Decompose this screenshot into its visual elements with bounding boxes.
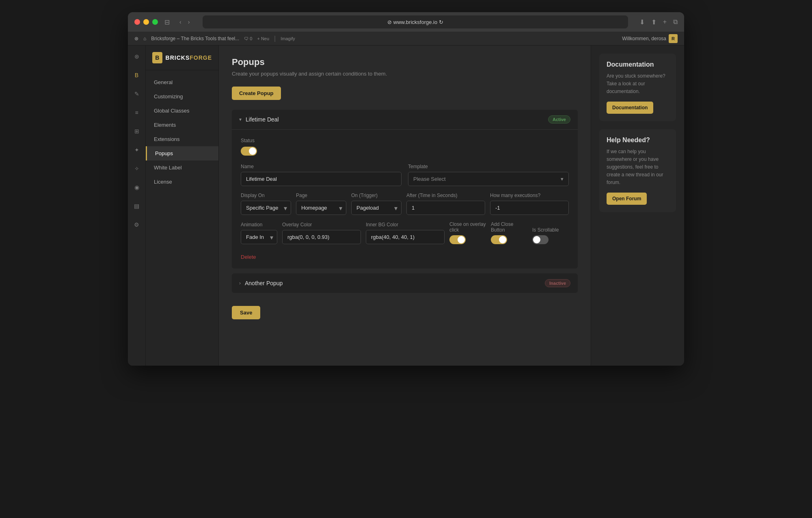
browser-nav: ‹ › <box>178 17 191 27</box>
minimize-button[interactable] <box>143 19 149 25</box>
tab-imagify[interactable]: Imagify <box>281 36 295 41</box>
scrollable-knob <box>533 236 540 243</box>
share-icon[interactable]: ⬆ <box>651 18 657 26</box>
nav-item-extensions[interactable]: Extensions <box>146 132 218 146</box>
add-close-label: Add Close Button <box>491 221 527 233</box>
nav-item-popups[interactable]: Popups <box>146 146 218 160</box>
sidebar-icon-blocks[interactable]: ⊞ <box>131 125 143 137</box>
status-badge-active: Active <box>548 115 570 124</box>
sidebar-icon-wordpress[interactable]: ⊛ <box>131 50 143 63</box>
new-tab-icon[interactable]: + <box>663 18 667 26</box>
sidebar-icon-bricks[interactable]: B <box>131 69 143 81</box>
delete-link[interactable]: Delete <box>241 254 256 260</box>
name-input[interactable] <box>241 172 402 186</box>
sidebar-icon-edit[interactable]: ✎ <box>131 88 143 100</box>
tab-bar: ⊛ ⌂ Bricksforge – The Bricks Tools that … <box>128 32 684 46</box>
nav-sidebar: B BRICKSFORGE General Customizing Global… <box>146 46 219 366</box>
back-button[interactable]: ‹ <box>178 17 183 27</box>
scrollable-toggle[interactable] <box>532 235 549 244</box>
popup-item-lifetime-deal: ▾ Lifetime Deal Active Status <box>232 110 578 269</box>
sidebar-icon-pin[interactable]: ✦ <box>131 144 143 156</box>
status-toggle[interactable] <box>241 147 257 156</box>
overlay-color-input[interactable] <box>282 230 361 244</box>
nav-item-elements[interactable]: Elements <box>146 118 218 132</box>
animation-select-wrapper: Fade In Up <box>241 230 277 244</box>
scrollable-group: Is Scrollable <box>532 227 569 244</box>
status-badge-inactive: Inactive <box>545 279 570 287</box>
documentation-button[interactable]: Documentation <box>607 102 653 114</box>
forward-button[interactable]: › <box>186 17 192 27</box>
page-select[interactable]: Homepage <box>296 201 346 215</box>
close-overlay-toggle[interactable] <box>449 235 466 244</box>
sidebar-icon-user[interactable]: ◉ <box>131 181 143 193</box>
animation-select[interactable]: Fade In Up <box>241 230 277 244</box>
display-on-select[interactable]: Specific Page <box>241 201 291 215</box>
chevron-down-icon: ▾ <box>239 117 242 122</box>
nav-item-global-classes[interactable]: Global Classes <box>146 104 218 118</box>
chevron-right-icon: › <box>239 280 241 286</box>
multiwindow-icon[interactable]: ⧉ <box>673 18 678 26</box>
name-group: Name <box>241 164 402 186</box>
name-label: Name <box>241 164 402 169</box>
nav-item-license[interactable]: License <box>146 175 218 189</box>
sidebar-icon-layers[interactable]: ≡ <box>131 106 143 119</box>
animation-row: Animation Fade In Up Overlay Color <box>241 221 569 244</box>
popup-header-another-popup[interactable]: › Another Popup Inactive <box>232 273 578 293</box>
trigger-label: On (Trigger) <box>351 193 402 198</box>
tab-title[interactable]: Bricksforge – The Bricks Tools that feel… <box>151 36 239 41</box>
logo-text: BRICKSFORGE <box>166 54 212 61</box>
sidebar-icon-popup[interactable]: ▤ <box>131 200 143 212</box>
url-bar[interactable]: ⊘ www.bricksforge.io ↻ <box>203 15 628 28</box>
page-description: Create your popups visually and assign c… <box>232 71 578 77</box>
sidebar-icon-settings[interactable]: ⚙ <box>131 219 143 231</box>
tab-wordpress-icon: ⊛ <box>134 36 138 41</box>
create-popup-button[interactable]: Create Popup <box>232 87 281 100</box>
reload-icon[interactable]: ↻ <box>439 19 443 25</box>
template-select[interactable]: Please Select ▾ <box>408 172 569 186</box>
sidebar-icon-wand[interactable]: ✧ <box>131 163 143 175</box>
executions-input[interactable] <box>490 201 569 215</box>
browser-titlebar: ⊟ ‹ › ⊘ www.bricksforge.io ↻ ⬇ ⬆ + ⧉ <box>128 12 684 32</box>
tab-home-icon: ⌂ <box>143 36 146 41</box>
inner-bg-input[interactable] <box>366 230 445 244</box>
browser-body: ⊛ B ✎ ≡ ⊞ ✦ ✧ ◉ ▤ ⚙ B BRICKSFORGE Genera… <box>128 46 684 366</box>
logo-icon: B <box>152 52 162 63</box>
sidebar-toggle-icon[interactable]: ⊟ <box>164 18 170 26</box>
popup-header-lifetime-deal[interactable]: ▾ Lifetime Deal Active <box>232 110 578 129</box>
chevron-down-icon: ▾ <box>561 176 564 182</box>
template-group: Template Please Select ▾ <box>408 164 569 186</box>
doc-section-help: Help Needed? If we can help you somewher… <box>599 129 676 212</box>
popup-body-lifetime-deal: Status Name Template <box>232 129 578 269</box>
add-close-knob <box>499 236 506 243</box>
doc-section-documentation: Documentation Are you stuck somewhere? T… <box>599 54 676 121</box>
nav-items: General Customizing Global Classes Eleme… <box>146 70 218 366</box>
nav-logo: B BRICKSFORGE <box>146 46 218 70</box>
page-group: Page Homepage <box>296 193 346 215</box>
scrollable-label: Is Scrollable <box>532 227 569 233</box>
tab-separator: | <box>274 35 276 42</box>
add-close-toggle[interactable] <box>491 235 507 244</box>
maximize-button[interactable] <box>152 19 158 25</box>
nav-item-white-label[interactable]: White Label <box>146 160 218 175</box>
after-input[interactable] <box>406 201 485 215</box>
user-greeting: Willkommen, derosa <box>622 36 666 41</box>
name-template-row: Name Template Please Select ▾ <box>241 164 569 186</box>
nav-item-general[interactable]: General <box>146 75 218 89</box>
display-row: Display On Specific Page Page <box>241 193 569 215</box>
executions-group: How many executions? <box>490 193 569 215</box>
icon-sidebar: ⊛ B ✎ ≡ ⊞ ✦ ✧ ◉ ▤ ⚙ <box>128 46 146 366</box>
add-close-group: Add Close Button <box>491 221 527 244</box>
tab-badge: 🗨 0 <box>244 36 252 41</box>
trigger-select[interactable]: Pageload <box>351 201 402 215</box>
download-icon[interactable]: ⬇ <box>639 18 645 26</box>
popup-name-another-popup: Another Popup <box>245 280 545 286</box>
save-button[interactable]: Save <box>232 306 260 319</box>
forum-button[interactable]: Open Forum <box>607 193 647 205</box>
display-on-label: Display On <box>241 193 291 198</box>
status-label: Status <box>241 138 569 143</box>
animation-label: Animation <box>241 222 277 228</box>
nav-item-customizing[interactable]: Customizing <box>146 89 218 104</box>
display-on-group: Display On Specific Page <box>241 193 291 215</box>
close-button[interactable] <box>134 19 140 25</box>
new-tab-action[interactable]: + Neu <box>257 36 269 41</box>
